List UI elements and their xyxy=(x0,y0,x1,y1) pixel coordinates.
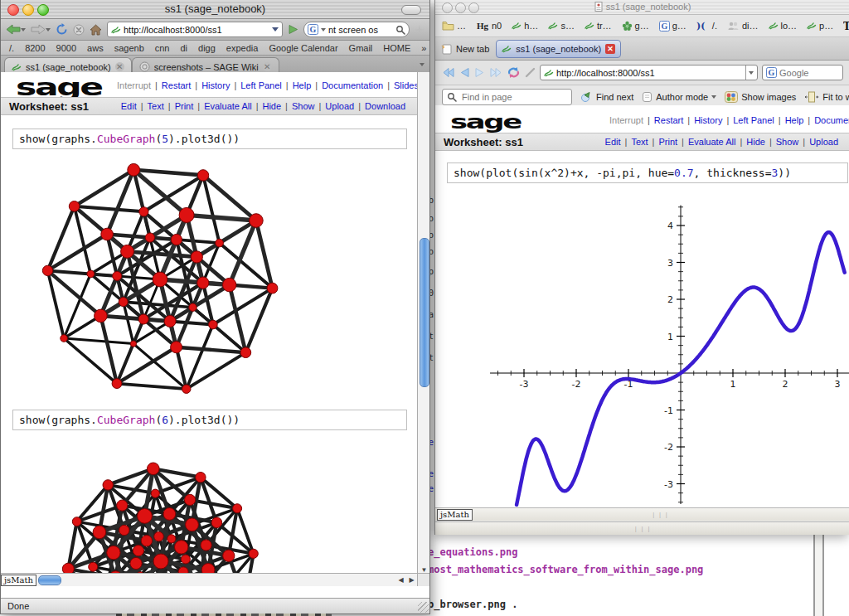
bookmark-item[interactable]: Gmail xyxy=(349,43,373,53)
link-show[interactable]: Show xyxy=(292,101,315,111)
link-edit[interactable]: Edit xyxy=(121,101,137,111)
url-input[interactable] xyxy=(556,68,743,78)
link-left-panel[interactable]: Left Panel xyxy=(733,115,774,125)
forward-button[interactable] xyxy=(31,24,51,35)
scroll-right-arrow-icon[interactable]: ▶ xyxy=(406,576,417,584)
jsmath-button[interactable]: jsMath xyxy=(437,509,473,521)
link-show[interactable]: Show xyxy=(776,137,799,147)
code-cell-cubegraph5[interactable]: show(graphs.CubeGraph(5).plot3d()) xyxy=(12,129,407,149)
link-restart[interactable]: Restart xyxy=(162,80,191,90)
link-download[interactable]: Download xyxy=(365,101,405,111)
bookmark-item[interactable]: di… xyxy=(727,21,759,31)
link-text[interactable]: Text xyxy=(148,101,164,111)
url-dropdown-icon[interactable] xyxy=(272,27,279,32)
link-upload[interactable]: Upload xyxy=(809,137,838,147)
right-titlebar[interactable]: ss1 (sage_notebook) xyxy=(435,0,849,15)
bookmark-item[interactable]: digg xyxy=(198,43,216,53)
bookmark-item[interactable]: 8200 xyxy=(25,43,45,53)
bookmark-item[interactable]: Google Calendar xyxy=(269,43,337,53)
reload-button[interactable] xyxy=(507,66,521,79)
bookmark-item[interactable]: » xyxy=(421,43,426,53)
snapback-icon[interactable] xyxy=(415,25,424,35)
find-input[interactable] xyxy=(460,91,567,103)
scroll-left-arrow-icon[interactable]: ◀ xyxy=(395,576,406,584)
tab-close-icon[interactable]: ✕ xyxy=(263,62,272,71)
link-edit[interactable]: Edit xyxy=(605,137,621,147)
tab-ss1[interactable]: ss1 (sage_notebook) ✕ xyxy=(496,40,621,58)
show-images-button[interactable]: Show images xyxy=(725,91,796,103)
link-hide[interactable]: Hide xyxy=(746,137,765,147)
link-text[interactable]: Text xyxy=(631,137,648,147)
bookmark-item[interactable]: tr… xyxy=(585,21,612,31)
link-documentation[interactable]: Documentation xyxy=(814,115,849,125)
bookmark-item[interactable]: 9000 xyxy=(56,43,76,53)
search-input[interactable] xyxy=(779,68,839,78)
google-search-field[interactable]: G xyxy=(303,22,410,37)
home-button[interactable] xyxy=(90,24,102,36)
link-evaluate-all[interactable]: Evaluate All xyxy=(688,137,735,147)
forward-end-button[interactable] xyxy=(489,67,502,78)
bookmark-item[interactable]: h… xyxy=(512,21,538,31)
bookmark-item[interactable]: /. xyxy=(9,43,14,53)
link-help[interactable]: Help xyxy=(293,80,312,90)
fit-to-width-button[interactable]: Fit to width xyxy=(804,91,849,103)
bookmark-item[interactable]: cnn xyxy=(155,43,170,53)
stop-button[interactable] xyxy=(73,24,85,36)
find-in-page-field[interactable] xyxy=(442,89,572,105)
bookmark-item[interactable]: HOME xyxy=(383,43,410,53)
link-upload[interactable]: Upload xyxy=(325,101,354,111)
bookmark-item[interactable]: g… xyxy=(622,21,649,32)
vertical-scrollbar[interactable]: ▼ xyxy=(417,72,429,574)
scrollbar-grip[interactable]: ｜｜｜ xyxy=(473,511,848,519)
address-bar[interactable] xyxy=(540,65,758,80)
bookmark-item[interactable]: Gg… xyxy=(659,21,686,32)
interrupt-link[interactable]: Interrupt xyxy=(609,115,643,125)
tab-overflow-caret-icon[interactable] xyxy=(420,63,424,66)
bookmark-item[interactable]: )(/. xyxy=(696,21,717,31)
stop-button[interactable] xyxy=(525,67,536,78)
bookmark-item[interactable]: sagenb xyxy=(114,43,144,53)
address-bar[interactable] xyxy=(107,22,283,37)
tab-close-icon[interactable]: ✕ xyxy=(115,62,124,71)
back-button[interactable] xyxy=(6,24,26,35)
bookmark-item[interactable]: s… xyxy=(548,21,575,31)
bookmark-item[interactable]: lo… xyxy=(769,21,798,31)
bookmark-item[interactable]: Tnyt xyxy=(843,21,849,31)
link-print[interactable]: Print xyxy=(658,137,677,147)
url-input[interactable] xyxy=(124,25,269,35)
bookmark-item[interactable]: Hgn0 xyxy=(476,21,502,31)
scrollbar-thumb[interactable] xyxy=(38,575,61,585)
bookmark-item[interactable]: expedia xyxy=(226,43,259,53)
tab-close-icon[interactable]: ✕ xyxy=(605,44,615,54)
link-left-panel[interactable]: Left Panel xyxy=(240,80,282,90)
bookmark-item[interactable]: p… xyxy=(807,21,833,31)
scrollbar-thumb[interactable] xyxy=(420,238,429,387)
link-history[interactable]: History xyxy=(201,80,230,90)
code-cell-cubegraph6[interactable]: show(graphs.CubeGraph(6).plot3d()) xyxy=(12,410,407,430)
resize-grip[interactable] xyxy=(418,602,429,613)
link-hide[interactable]: Hide xyxy=(262,101,281,111)
link-evaluate-all[interactable]: Evaluate All xyxy=(204,101,251,111)
google-search-field[interactable]: G xyxy=(762,65,843,80)
code-cell-plot[interactable]: show(plot(sin(x^2)+x, -pi,pi, hue=0.7, t… xyxy=(447,162,848,183)
find-next-button[interactable]: Find next xyxy=(580,91,633,104)
url-dropdown-button[interactable] xyxy=(745,65,754,80)
back-button[interactable] xyxy=(459,67,470,78)
link-documentation[interactable]: Documentation xyxy=(322,80,383,90)
author-mode-button[interactable]: Author mode xyxy=(642,91,716,103)
bookmark-item[interactable]: di xyxy=(181,43,188,53)
go-button[interactable] xyxy=(288,24,298,35)
horizontal-scrollbar[interactable]: jsMath ◀ ▶ xyxy=(1,573,417,586)
back-end-button[interactable] xyxy=(442,67,455,78)
window-bottom-bar[interactable]: ｜｜｜ xyxy=(435,521,849,535)
link-print[interactable]: Print xyxy=(175,101,194,111)
left-titlebar[interactable]: ss1 (sage_notebook) xyxy=(1,0,429,19)
bookmark-item[interactable]: aws xyxy=(87,43,104,53)
bottom-scrollbar[interactable]: jsMath ｜｜｜ xyxy=(435,507,849,521)
jsmath-button[interactable]: jsMath xyxy=(1,575,36,586)
forward-button[interactable] xyxy=(474,67,485,78)
new-tab-button[interactable]: New tab xyxy=(440,43,489,55)
link-restart[interactable]: Restart xyxy=(654,115,683,125)
bookmark-item[interactable]: … xyxy=(442,21,466,31)
resize-grip[interactable]: ｜｜｜ xyxy=(435,525,849,533)
